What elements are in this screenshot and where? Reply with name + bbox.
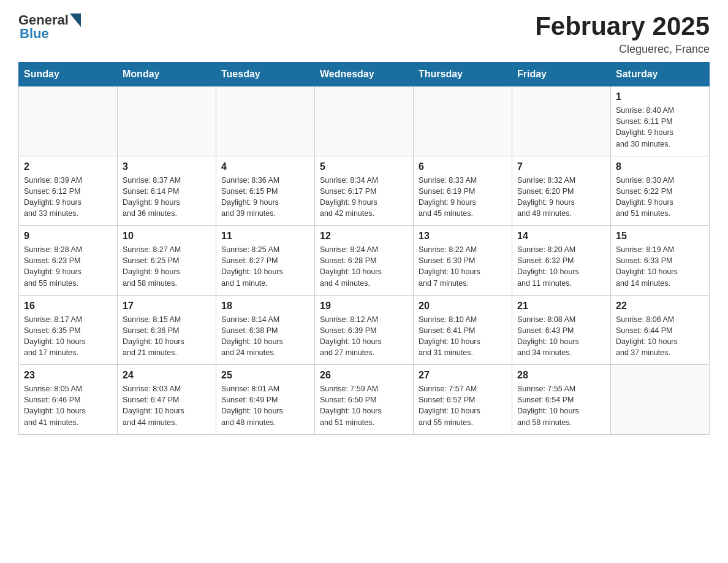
calendar-day-cell bbox=[611, 365, 710, 435]
day-number: 7 bbox=[517, 161, 605, 172]
calendar-day-header: Tuesday bbox=[216, 63, 315, 86]
calendar-day-cell: 21Sunrise: 8:08 AMSunset: 6:43 PMDayligh… bbox=[512, 295, 611, 365]
calendar-day-cell: 16Sunrise: 8:17 AMSunset: 6:35 PMDayligh… bbox=[19, 295, 118, 365]
day-info: Sunrise: 8:27 AMSunset: 6:25 PMDaylight:… bbox=[123, 244, 211, 289]
day-number: 4 bbox=[221, 161, 309, 172]
title-block: February 2025 Cleguerec, France bbox=[535, 12, 710, 56]
day-number: 26 bbox=[320, 370, 408, 381]
calendar-day-cell: 7Sunrise: 8:32 AMSunset: 6:20 PMDaylight… bbox=[512, 156, 611, 226]
day-number: 3 bbox=[123, 161, 211, 172]
month-year-title: February 2025 bbox=[535, 12, 710, 40]
svg-marker-0 bbox=[70, 13, 81, 27]
calendar-day-header: Sunday bbox=[19, 63, 118, 86]
day-info: Sunrise: 8:25 AMSunset: 6:27 PMDaylight:… bbox=[221, 244, 309, 289]
day-info: Sunrise: 8:22 AMSunset: 6:30 PMDaylight:… bbox=[419, 244, 507, 289]
day-info: Sunrise: 8:36 AMSunset: 6:15 PMDaylight:… bbox=[221, 175, 309, 220]
calendar-day-cell: 5Sunrise: 8:34 AMSunset: 6:17 PMDaylight… bbox=[315, 156, 414, 226]
day-info: Sunrise: 8:20 AMSunset: 6:32 PMDaylight:… bbox=[517, 244, 605, 289]
calendar-day-cell: 17Sunrise: 8:15 AMSunset: 6:36 PMDayligh… bbox=[118, 295, 216, 365]
calendar-day-cell: 8Sunrise: 8:30 AMSunset: 6:22 PMDaylight… bbox=[611, 156, 710, 226]
day-number: 5 bbox=[320, 161, 408, 172]
day-number: 2 bbox=[24, 161, 112, 172]
calendar-day-header: Friday bbox=[512, 63, 611, 86]
calendar-week-row: 2Sunrise: 8:39 AMSunset: 6:12 PMDaylight… bbox=[19, 156, 710, 226]
day-info: Sunrise: 8:39 AMSunset: 6:12 PMDaylight:… bbox=[24, 175, 112, 220]
calendar-week-row: 1Sunrise: 8:40 AMSunset: 6:11 PMDaylight… bbox=[19, 86, 710, 156]
logo-blue-text: Blue bbox=[20, 26, 81, 42]
day-info: Sunrise: 8:08 AMSunset: 6:43 PMDaylight:… bbox=[517, 314, 605, 359]
calendar-day-cell: 6Sunrise: 8:33 AMSunset: 6:19 PMDaylight… bbox=[414, 156, 512, 226]
day-number: 25 bbox=[221, 370, 309, 381]
day-info: Sunrise: 8:34 AMSunset: 6:17 PMDaylight:… bbox=[320, 175, 408, 220]
day-number: 16 bbox=[24, 301, 112, 312]
calendar-day-cell bbox=[216, 86, 315, 156]
calendar-day-cell: 18Sunrise: 8:14 AMSunset: 6:38 PMDayligh… bbox=[216, 295, 315, 365]
day-info: Sunrise: 7:55 AMSunset: 6:54 PMDaylight:… bbox=[517, 383, 605, 428]
calendar-day-cell: 2Sunrise: 8:39 AMSunset: 6:12 PMDaylight… bbox=[19, 156, 118, 226]
calendar-day-header: Wednesday bbox=[315, 63, 414, 86]
calendar-day-cell: 22Sunrise: 8:06 AMSunset: 6:44 PMDayligh… bbox=[611, 295, 710, 365]
calendar-day-cell: 19Sunrise: 8:12 AMSunset: 6:39 PMDayligh… bbox=[315, 295, 414, 365]
calendar-day-cell: 20Sunrise: 8:10 AMSunset: 6:41 PMDayligh… bbox=[414, 295, 512, 365]
calendar-day-cell: 3Sunrise: 8:37 AMSunset: 6:14 PMDaylight… bbox=[118, 156, 216, 226]
calendar-day-header: Saturday bbox=[611, 63, 710, 86]
calendar-day-cell: 25Sunrise: 8:01 AMSunset: 6:49 PMDayligh… bbox=[216, 365, 315, 435]
day-number: 6 bbox=[419, 161, 507, 172]
day-info: Sunrise: 8:06 AMSunset: 6:44 PMDaylight:… bbox=[616, 314, 704, 359]
day-number: 14 bbox=[517, 231, 605, 242]
day-info: Sunrise: 8:40 AMSunset: 6:11 PMDaylight:… bbox=[616, 105, 704, 150]
calendar-day-cell bbox=[414, 86, 512, 156]
calendar-day-cell bbox=[315, 86, 414, 156]
day-number: 24 bbox=[123, 370, 211, 381]
day-info: Sunrise: 8:17 AMSunset: 6:35 PMDaylight:… bbox=[24, 314, 112, 359]
day-info: Sunrise: 8:24 AMSunset: 6:28 PMDaylight:… bbox=[320, 244, 408, 289]
calendar-day-cell: 1Sunrise: 8:40 AMSunset: 6:11 PMDaylight… bbox=[611, 86, 710, 156]
calendar-day-cell: 27Sunrise: 7:57 AMSunset: 6:52 PMDayligh… bbox=[414, 365, 512, 435]
calendar-table: SundayMondayTuesdayWednesdayThursdayFrid… bbox=[18, 62, 710, 435]
day-number: 18 bbox=[221, 301, 309, 312]
calendar-week-row: 9Sunrise: 8:28 AMSunset: 6:23 PMDaylight… bbox=[19, 226, 710, 296]
calendar-day-header: Thursday bbox=[414, 63, 512, 86]
calendar-day-cell bbox=[118, 86, 216, 156]
day-number: 21 bbox=[517, 301, 605, 312]
day-info: Sunrise: 8:19 AMSunset: 6:33 PMDaylight:… bbox=[616, 244, 704, 289]
day-info: Sunrise: 8:10 AMSunset: 6:41 PMDaylight:… bbox=[419, 314, 507, 359]
day-info: Sunrise: 8:15 AMSunset: 6:36 PMDaylight:… bbox=[123, 314, 211, 359]
day-info: Sunrise: 8:30 AMSunset: 6:22 PMDaylight:… bbox=[616, 175, 704, 220]
calendar-day-cell: 13Sunrise: 8:22 AMSunset: 6:30 PMDayligh… bbox=[414, 226, 512, 296]
day-number: 12 bbox=[320, 231, 408, 242]
day-info: Sunrise: 8:03 AMSunset: 6:47 PMDaylight:… bbox=[123, 383, 211, 428]
day-info: Sunrise: 8:33 AMSunset: 6:19 PMDaylight:… bbox=[419, 175, 507, 220]
calendar-day-cell: 15Sunrise: 8:19 AMSunset: 6:33 PMDayligh… bbox=[611, 226, 710, 296]
calendar-day-cell bbox=[512, 86, 611, 156]
day-number: 8 bbox=[616, 161, 704, 172]
day-info: Sunrise: 8:14 AMSunset: 6:38 PMDaylight:… bbox=[221, 314, 309, 359]
calendar-day-cell: 14Sunrise: 8:20 AMSunset: 6:32 PMDayligh… bbox=[512, 226, 611, 296]
logo: General Blue bbox=[18, 12, 81, 42]
calendar-week-row: 16Sunrise: 8:17 AMSunset: 6:35 PMDayligh… bbox=[19, 295, 710, 365]
day-number: 15 bbox=[616, 231, 704, 242]
day-info: Sunrise: 8:28 AMSunset: 6:23 PMDaylight:… bbox=[24, 244, 112, 289]
calendar-day-cell: 23Sunrise: 8:05 AMSunset: 6:46 PMDayligh… bbox=[19, 365, 118, 435]
calendar-day-header: Monday bbox=[118, 63, 216, 86]
day-number: 22 bbox=[616, 301, 704, 312]
day-info: Sunrise: 7:59 AMSunset: 6:50 PMDaylight:… bbox=[320, 383, 408, 428]
day-info: Sunrise: 8:37 AMSunset: 6:14 PMDaylight:… bbox=[123, 175, 211, 220]
calendar-week-row: 23Sunrise: 8:05 AMSunset: 6:46 PMDayligh… bbox=[19, 365, 710, 435]
calendar-header-row: SundayMondayTuesdayWednesdayThursdayFrid… bbox=[19, 63, 710, 86]
day-info: Sunrise: 8:12 AMSunset: 6:39 PMDaylight:… bbox=[320, 314, 408, 359]
calendar-day-cell: 28Sunrise: 7:55 AMSunset: 6:54 PMDayligh… bbox=[512, 365, 611, 435]
day-info: Sunrise: 8:32 AMSunset: 6:20 PMDaylight:… bbox=[517, 175, 605, 220]
page-header: General Blue February 2025 Cleguerec, Fr… bbox=[18, 12, 710, 56]
day-number: 10 bbox=[123, 231, 211, 242]
day-number: 13 bbox=[419, 231, 507, 242]
day-number: 20 bbox=[419, 301, 507, 312]
calendar-day-cell: 12Sunrise: 8:24 AMSunset: 6:28 PMDayligh… bbox=[315, 226, 414, 296]
calendar-day-cell bbox=[19, 86, 118, 156]
day-number: 28 bbox=[517, 370, 605, 381]
day-info: Sunrise: 8:01 AMSunset: 6:49 PMDaylight:… bbox=[221, 383, 309, 428]
day-info: Sunrise: 8:05 AMSunset: 6:46 PMDaylight:… bbox=[24, 383, 112, 428]
day-number: 17 bbox=[123, 301, 211, 312]
day-number: 11 bbox=[221, 231, 309, 242]
day-number: 19 bbox=[320, 301, 408, 312]
